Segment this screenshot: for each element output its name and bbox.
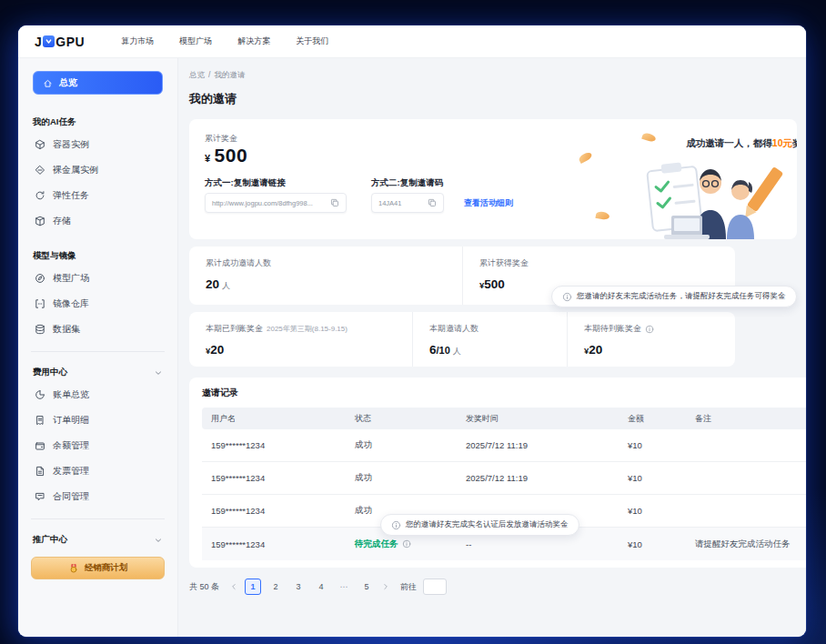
sidebar-item-model-plaza[interactable]: 模型广场 xyxy=(31,266,165,291)
sidebar-item-label: 合同管理 xyxy=(53,490,89,503)
medal-icon xyxy=(68,563,79,574)
sidebar-section-label: 费用中心 xyxy=(33,367,67,378)
info-icon xyxy=(562,292,572,302)
sidebar-section-billing[interactable]: 费用中心 xyxy=(33,367,163,378)
stat-number: 20 xyxy=(589,343,602,357)
nav-item-market[interactable]: 算力市场 xyxy=(121,35,154,47)
page-button-3[interactable]: 3 xyxy=(290,579,307,595)
stat-label: 本期已到账奖金 2025年第三期(8.15-9.15) xyxy=(206,323,396,335)
records-title: 邀请记录 xyxy=(202,387,806,399)
info-icon xyxy=(391,520,401,530)
cell-amount: ¥10 xyxy=(619,539,686,549)
cell-username: 159******1234 xyxy=(202,506,346,516)
elastic-task-icon xyxy=(35,190,45,201)
logo[interactable]: J GPU xyxy=(35,35,85,49)
sidebar-item-elastic-task[interactable]: 弹性任务 xyxy=(31,183,165,208)
stat-period-pending: 本期待到账奖金 ¥20 xyxy=(567,312,735,367)
stat-number: 20 xyxy=(210,343,224,357)
receipt-icon xyxy=(35,415,45,426)
sidebar-item-label: 发票管理 xyxy=(53,465,89,478)
sidebar-item-dataset[interactable]: 数据集 xyxy=(31,317,165,342)
sidebar-item-balance[interactable]: 余额管理 xyxy=(31,433,165,458)
pagination-total: 共 50 条 xyxy=(189,581,219,593)
activity-rules-link[interactable]: 查看活动细则 xyxy=(464,197,513,209)
copy-icon[interactable] xyxy=(330,198,339,207)
reseller-plan-label: 经销商计划 xyxy=(85,562,128,574)
people-illustration xyxy=(624,148,797,239)
slogan-prefix: 成功邀请一人，都得 xyxy=(686,137,772,148)
sidebar-item-label: 订单明细 xyxy=(53,414,89,427)
leaf-decoration xyxy=(641,132,657,143)
cell-status: 成功 xyxy=(346,439,457,451)
stat-label-text: 本期已到账奖金 xyxy=(206,323,263,335)
breadcrumb-root[interactable]: 总览 xyxy=(189,70,205,81)
main-content: 总览 / 我的邀请 我的邀请 累计奖金 ¥ 500 方式一:复制邀请链接 方式二… xyxy=(178,58,806,637)
sidebar-item-invoice[interactable]: 发票管理 xyxy=(31,458,165,484)
period-range: 2025年第三期(8.15-9.15) xyxy=(267,324,348,334)
logo-icon xyxy=(43,35,55,47)
sidebar-section-promotion[interactable]: 推广中心 xyxy=(33,534,163,546)
cell-time: -- xyxy=(457,539,619,549)
sidebar-item-image-repo[interactable]: 镜像仓库 xyxy=(31,291,165,317)
page-button-2[interactable]: 2 xyxy=(267,579,284,595)
wallet-icon xyxy=(35,440,45,451)
stat-label: 累计成功邀请人数 xyxy=(206,257,446,269)
column-username: 用户名 xyxy=(202,413,346,425)
chevron-right-icon[interactable] xyxy=(381,582,390,591)
invite-records-card: 邀请记录 用户名 状态 发奖时间 金额 备注 159******1234 xyxy=(189,377,806,568)
nav-item-about[interactable]: 关于我们 xyxy=(296,35,328,47)
goto-page-input[interactable] xyxy=(423,579,447,595)
sidebar-section-models: 模型与镜像 xyxy=(33,250,163,262)
page-button-1[interactable]: 1 xyxy=(245,579,261,595)
breadcrumb-current: 我的邀请 xyxy=(214,70,245,81)
info-icon[interactable] xyxy=(645,325,654,334)
storage-icon xyxy=(35,216,45,226)
sidebar-item-bill-overview[interactable]: 账单总览 xyxy=(31,382,165,408)
invite-code-field[interactable]: 14JA41 xyxy=(371,193,444,213)
chevron-left-icon[interactable] xyxy=(229,582,238,591)
invite-code-value: 14JA41 xyxy=(378,199,422,207)
currency-symbol: ¥ xyxy=(205,153,210,164)
table-body: 159******1234 成功 2025/7/12 11:19 ¥10 159… xyxy=(202,429,806,560)
sidebar-item-label: 总览 xyxy=(59,76,77,89)
sidebar-item-storage[interactable]: 存储 xyxy=(31,208,165,234)
breadcrumb: 总览 / 我的邀请 xyxy=(189,70,806,81)
stat-total: /10 xyxy=(437,345,450,356)
total-bonus-label: 累计奖金 xyxy=(205,133,237,145)
stat-value: ¥20 xyxy=(584,341,719,357)
sidebar-divider xyxy=(31,518,165,519)
cell-time: 2025/7/12 11:19 xyxy=(457,440,619,450)
amount-text: 500 xyxy=(215,145,248,166)
slogan-highlight: 10元 xyxy=(772,137,792,148)
column-amount: 金额 xyxy=(619,413,686,425)
stat-label: 累计获得奖金 xyxy=(479,257,719,269)
goto-label: 前往 xyxy=(400,581,417,593)
page-ellipsis[interactable]: ⋯ xyxy=(336,579,352,595)
sidebar-item-order-details[interactable]: 订单明细 xyxy=(31,408,165,433)
page-title: 我的邀请 xyxy=(189,91,806,107)
cell-status-pending: 待完成任务 xyxy=(346,538,457,550)
top-nav-items: 算力市场 模型广场 解决方案 关于我们 xyxy=(121,35,328,47)
sidebar-item-contract[interactable]: 合同管理 xyxy=(31,484,165,509)
sidebar-item-label: 数据集 xyxy=(53,323,80,336)
info-icon[interactable] xyxy=(402,539,411,548)
sidebar-item-bare-metal[interactable]: 裸金属实例 xyxy=(31,157,165,183)
top-navbar: J GPU 算力市场 模型广场 解决方案 关于我们 xyxy=(18,25,806,58)
stats-tooltip: 您邀请的好友未完成活动任务，请提醒好友完成任务可得奖金 xyxy=(551,286,797,307)
page-button-4[interactable]: 4 xyxy=(313,579,329,595)
stat-number: 20 xyxy=(206,277,219,291)
leaf-decoration xyxy=(595,211,609,220)
invite-link-field[interactable]: http://www.jogpu.com/8dfhg998... xyxy=(205,193,347,213)
nav-item-model-plaza[interactable]: 模型广场 xyxy=(179,35,212,47)
sidebar-divider xyxy=(31,351,165,352)
page-button-5[interactable]: 5 xyxy=(358,579,375,595)
copy-icon[interactable] xyxy=(428,198,437,207)
stat-label-text: 本期待到账奖金 xyxy=(584,323,641,335)
sidebar-item-overview[interactable]: 总览 xyxy=(33,71,163,95)
stat-value: 20人 xyxy=(206,276,446,292)
nav-item-solutions[interactable]: 解决方案 xyxy=(237,35,270,47)
reseller-plan-button[interactable]: 经销商计划 xyxy=(31,557,165,579)
sidebar-item-container-instance[interactable]: 容器实例 xyxy=(31,132,165,157)
cell-status: 成功 xyxy=(346,472,457,484)
chevron-down-icon xyxy=(154,368,163,377)
